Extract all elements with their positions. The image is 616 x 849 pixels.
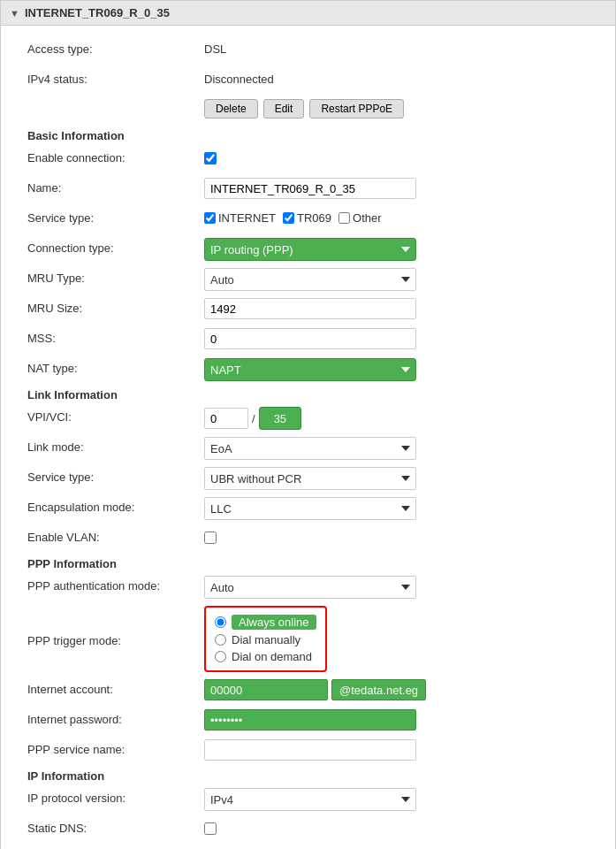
service-other-label: Other — [353, 211, 382, 225]
link-mode-select[interactable]: EoA — [204, 437, 416, 460]
access-type-label: Access type: — [27, 39, 204, 56]
nat-type-label: NAT type: — [27, 358, 204, 375]
service-type-checkboxes: INTERNET TR069 Other — [204, 208, 382, 225]
internet-password-input[interactable] — [204, 709, 416, 730]
action-buttons-row: Delete Edit Restart PPPoE — [27, 99, 589, 122]
enable-vlan-label: Enable VLAN: — [27, 527, 204, 544]
mru-size-label: MRU Size: — [27, 298, 204, 315]
access-type-row: Access type: DSL — [27, 39, 589, 62]
link-service-type-row: Service type: UBR without PCR — [27, 467, 589, 490]
service-internet-checkbox[interactable] — [204, 212, 216, 224]
collapse-icon[interactable]: ▼ — [10, 8, 19, 19]
enable-connection-checkbox[interactable] — [204, 152, 217, 164]
mss-input[interactable] — [204, 328, 416, 349]
mss-row: MSS: — [27, 328, 589, 351]
internet-account-domain: @tedata.net.eg — [331, 679, 426, 700]
link-mode-row: Link mode: EoA — [27, 437, 589, 460]
dial-manually-radio[interactable] — [215, 634, 226, 646]
mru-type-label: MRU Type: — [27, 268, 204, 285]
connection-type-label: Connection type: — [27, 238, 204, 255]
access-type-value: DSL — [204, 39, 226, 56]
name-row: Name: — [27, 178, 589, 201]
ipv4-status-label: IPv4 status: — [27, 69, 204, 86]
ppp-auth-mode-row: PPP authentication mode: Auto — [27, 576, 589, 599]
ppp-trigger-mode-row: PPP trigger mode: Always online Dial man… — [27, 606, 589, 672]
ppp-trigger-box: Always online Dial manually Dial on dema… — [204, 606, 327, 672]
static-dns-row: Static DNS: — [27, 818, 589, 841]
nat-type-row: NAT type: NAPT — [27, 358, 589, 381]
dial-manually-option[interactable]: Dial manually — [215, 633, 316, 646]
ppp-trigger-options: Always online Dial manually Dial on dema… — [215, 615, 316, 663]
always-online-option[interactable]: Always online — [215, 615, 316, 630]
mru-size-input[interactable] — [204, 298, 416, 319]
dial-on-demand-radio[interactable] — [215, 651, 226, 662]
always-online-label: Always online — [232, 615, 316, 630]
enable-connection-label: Enable connection: — [27, 148, 204, 164]
internet-account-input[interactable] — [204, 679, 328, 700]
service-internet-label: INTERNET — [218, 211, 276, 225]
link-service-type-select[interactable]: UBR without PCR — [204, 467, 416, 490]
service-other-checkbox[interactable] — [338, 212, 350, 224]
vpi-vci-label: VPI/VCI: — [27, 407, 204, 424]
enable-connection-row: Enable connection: — [27, 148, 589, 171]
mss-label: MSS: — [27, 328, 204, 345]
enable-vlan-row: Enable VLAN: — [27, 527, 589, 550]
encap-mode-label: Encapsulation mode: — [27, 497, 204, 514]
vci-separator: / — [252, 412, 255, 425]
ipv4-status-row: IPv4 status: Disconnected — [27, 69, 589, 92]
delete-button[interactable]: Delete — [204, 99, 258, 119]
ppp-service-name-input[interactable] — [204, 739, 416, 761]
nat-type-select[interactable]: NAPT — [204, 358, 416, 381]
ppp-auth-mode-select[interactable]: Auto — [204, 576, 416, 599]
always-online-radio[interactable] — [215, 616, 226, 628]
enable-vlan-checkbox[interactable] — [204, 532, 217, 544]
restart-pppoe-button[interactable]: Restart PPPoE — [309, 99, 404, 119]
connection-type-row: Connection type: IP routing (PPP) — [27, 238, 589, 261]
service-type-label: Service type: — [27, 208, 204, 225]
vpi-vci-row: VPI/VCI: / 35 — [27, 407, 589, 430]
action-buttons-spacer — [27, 99, 204, 103]
static-dns-label: Static DNS: — [27, 818, 204, 835]
link-service-type-label: Service type: — [27, 467, 204, 484]
dial-on-demand-option[interactable]: Dial on demand — [215, 650, 316, 663]
internet-password-row: Internet password: — [27, 709, 589, 732]
page-container: ▼ INTERNET_TR069_R_0_35 Access type: DSL… — [0, 0, 616, 849]
mru-type-select[interactable]: Auto — [204, 268, 416, 291]
ip-protocol-label: IP protocol version: — [27, 788, 204, 805]
edit-button[interactable]: Edit — [263, 99, 305, 119]
service-tr069-label: TR069 — [297, 211, 331, 225]
vpi-input[interactable] — [204, 408, 248, 429]
name-label: Name: — [27, 178, 204, 195]
mru-type-row: MRU Type: Auto — [27, 268, 589, 291]
page-title: INTERNET_TR069_R_0_35 — [25, 6, 170, 19]
internet-account-label: Internet account: — [27, 679, 204, 696]
internet-password-label: Internet password: — [27, 709, 204, 726]
basic-info-header: Basic Information — [27, 129, 589, 142]
ip-protocol-select[interactable]: IPv4 — [204, 788, 416, 811]
name-input[interactable] — [204, 178, 416, 199]
vci-button[interactable]: 35 — [259, 407, 301, 430]
service-type-row: Service type: INTERNET TR069 Other — [27, 208, 589, 231]
static-dns-checkbox[interactable] — [204, 822, 217, 835]
page-header: ▼ INTERNET_TR069_R_0_35 — [1, 1, 615, 26]
ppp-info-header: PPP Information — [27, 557, 589, 570]
service-other-item: Other — [338, 211, 382, 225]
ppp-service-name-row: PPP service name: — [27, 739, 589, 762]
encap-mode-row: Encapsulation mode: LLC — [27, 497, 589, 520]
ppp-trigger-mode-label: PPP trigger mode: — [27, 631, 204, 647]
service-internet-item: INTERNET — [204, 211, 276, 225]
dial-manually-label: Dial manually — [232, 633, 300, 646]
content-area: Access type: DSL IPv4 status: Disconnect… — [1, 26, 615, 849]
vpi-vci-area: / 35 — [204, 407, 301, 430]
ppp-auth-mode-label: PPP authentication mode: — [27, 576, 204, 593]
encap-mode-select[interactable]: LLC — [204, 497, 416, 520]
internet-account-row: Internet account: @tedata.net.eg — [27, 679, 589, 702]
ipv4-status-value: Disconnected — [204, 69, 274, 86]
connection-type-select[interactable]: IP routing (PPP) — [204, 238, 416, 261]
internet-account-area: @tedata.net.eg — [204, 679, 426, 700]
service-tr069-item: TR069 — [283, 211, 331, 225]
ip-info-header: IP Information — [27, 769, 589, 783]
service-tr069-checkbox[interactable] — [283, 212, 294, 224]
link-info-header: Link Information — [27, 388, 589, 402]
link-mode-label: Link mode: — [27, 437, 204, 454]
